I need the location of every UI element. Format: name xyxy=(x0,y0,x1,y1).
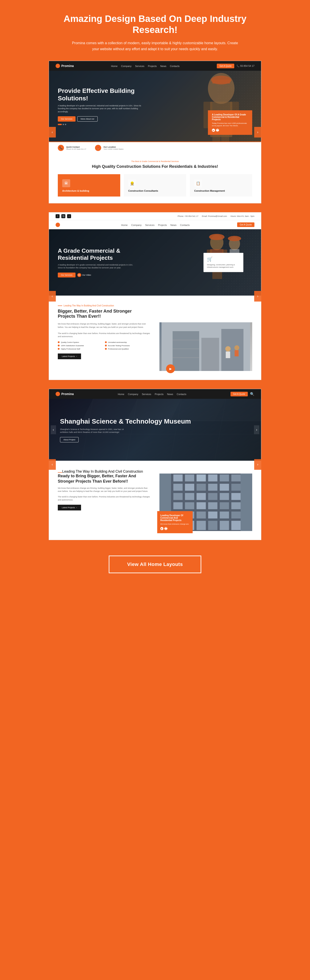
middle-title: Bigger, Better, Faster And Stronger Proj… xyxy=(58,309,146,319)
layout3-prev-slide[interactable]: ‹ xyxy=(51,425,56,434)
latest-projects-btn[interactable]: Latest Projects › xyxy=(58,353,81,359)
svg-rect-62 xyxy=(173,502,183,509)
svg-point-28 xyxy=(235,345,240,350)
layout3-about-project-btn[interactable]: About Project xyxy=(60,437,78,442)
location-icon: 📍 xyxy=(95,145,101,151)
layout4-orange-card: Leading Developer Of Commercial And Resi… xyxy=(157,511,193,533)
twitter-icon[interactable]: t xyxy=(67,214,71,218)
cta-section: View All Home Layouts xyxy=(0,544,310,584)
layout4-latest-btn[interactable]: Latest Projects › xyxy=(58,505,81,511)
features-list: Quality Control System Unrivalled workma… xyxy=(58,341,150,350)
svg-rect-52 xyxy=(197,484,206,490)
layout1-next-arrow[interactable]: › xyxy=(254,127,261,137)
middle-content-grid: We know that embraces change are thrivin… xyxy=(58,322,252,371)
svg-rect-21 xyxy=(201,338,219,371)
layout2-services-btn[interactable]: Our Services xyxy=(58,272,75,277)
service-card-3[interactable]: 📋 Construction Management xyxy=(190,174,252,197)
view-all-layouts-btn[interactable]: View All Home Layouts xyxy=(109,555,201,573)
services-title: High Quality Construction Solutions For … xyxy=(58,164,252,169)
layout3-nav-cta[interactable]: Get A Quote xyxy=(230,392,248,396)
layout4-desc1: We know that embraces change are thrivin… xyxy=(58,487,150,493)
services-grid: 🏛 Architecture & building 👷 Construction… xyxy=(58,174,252,197)
layout2-next-arrow[interactable]: › xyxy=(254,291,261,302)
learn-more-icon-2: ▶ xyxy=(160,527,163,530)
svg-rect-76 xyxy=(197,521,206,530)
svg-rect-50 xyxy=(173,484,183,490)
layout1-hero-title: Provide Effective Building Solutions! xyxy=(58,87,142,102)
svg-rect-22 xyxy=(221,329,244,371)
layout2-top-bar: f 📷 t Phone: +55 854 541 17 Email: Promi… xyxy=(49,212,261,220)
layout1-nav-cta[interactable]: Get A Quote xyxy=(217,64,234,68)
layout1-hero-card: A Leading Developer Of A Grade Commercia… xyxy=(208,110,252,135)
layout3-hero: ‹ › Shanghai Science & Technology Museum… xyxy=(49,399,261,461)
layout2-preview: ‹ f 📷 t Phone: +55 854 541 17 Email: Pro… xyxy=(49,212,261,380)
layout1-about-us-btn[interactable]: More About Us! xyxy=(77,116,97,122)
info-text-contact: Quick Contact Street 10-45 Sade Km 17 xyxy=(66,146,86,150)
layout3-hero-title: Shanghai Science & Technology Museum xyxy=(60,417,191,425)
layout1-navbar: Promina Home Company Services Projects N… xyxy=(49,61,261,71)
svg-rect-70 xyxy=(197,512,206,519)
layout1-hero-btns: Our Services More About Us! xyxy=(58,116,142,122)
svg-rect-63 xyxy=(185,502,194,509)
instagram-icon[interactable]: 📷 xyxy=(61,214,66,218)
layout4-learn-more[interactable]: ▶ Learn More xyxy=(160,527,190,530)
svg-rect-55 xyxy=(232,484,241,490)
construction-img-inner xyxy=(160,322,252,371)
arrow-right-icon: › xyxy=(77,355,77,358)
svg-point-14 xyxy=(209,234,225,240)
feature-item-5: Highly Professional Staff xyxy=(58,348,104,350)
svg-rect-77 xyxy=(208,521,217,530)
layout4-desc2: The world is changing faster than ever b… xyxy=(58,495,150,502)
carousel-dot-1 xyxy=(58,124,62,125)
layout2-nav-cta[interactable]: Get A Quote xyxy=(237,223,254,227)
service-card-1[interactable]: 🏛 Architecture & building xyxy=(58,174,120,197)
logo-icon-2 xyxy=(56,223,60,227)
svg-rect-66 xyxy=(220,502,229,509)
feature-item-1: Quality Control System xyxy=(58,341,104,343)
consultants-icon: 👷 xyxy=(128,179,136,187)
layout1-our-services-btn[interactable]: Our Services xyxy=(58,116,75,122)
service-card-2[interactable]: 👷 Construction Consultants xyxy=(124,174,186,197)
middle-content-section: Leading The Way In Building And Civil Co… xyxy=(49,296,261,380)
layout3-next-slide[interactable]: › xyxy=(254,425,259,434)
layout1-nav-links: Home Company Services Projects News Cont… xyxy=(111,64,179,68)
svg-rect-60 xyxy=(220,493,229,500)
feature-item-2: Unrivalled workmanship xyxy=(105,341,151,343)
svg-rect-61 xyxy=(232,493,241,500)
info-text-location: Our Location York 11000 United States xyxy=(104,146,123,150)
shopping-cart-icon: 🛒 xyxy=(207,256,240,262)
facebook-icon[interactable]: f xyxy=(56,214,59,218)
layout2-video-btn[interactable]: ▶ Our Video xyxy=(77,272,91,277)
layout4-left: Ready to Bring Bigger, Better, Faster An… xyxy=(58,474,150,510)
svg-rect-44 xyxy=(173,474,183,481)
feature-item-6: Professional and Qualified xyxy=(105,348,151,350)
learn-more-icon: ▶ xyxy=(212,129,215,132)
layout3-hero-desc: Shanghai's Science & Technology Museum o… xyxy=(60,428,126,434)
svg-rect-20 xyxy=(173,331,199,371)
play-icon: ▶ xyxy=(77,273,81,277)
layout1-logo: Promina xyxy=(56,64,74,68)
layout1-hero: Provide Effective Building Solutions! A … xyxy=(49,71,261,142)
info-item-location: 📍 Our Location York 11000 United States xyxy=(95,145,123,151)
hero-header-description: Promina comes with a collection of moder… xyxy=(71,40,239,52)
layout1-prev-arrow[interactable]: ‹ xyxy=(49,127,56,137)
layout2-contact-info: Phone: +55 854 541 17 Email: Promina@Gma… xyxy=(177,215,254,217)
layout2-prev-arrow[interactable]: ‹ xyxy=(49,291,56,302)
svg-rect-49 xyxy=(232,474,241,481)
hero-card-learn-more[interactable]: ▶ Learn More xyxy=(212,129,248,132)
feature-dot-5 xyxy=(58,348,59,350)
svg-rect-46 xyxy=(197,474,206,481)
layout2-logo: Promina xyxy=(56,223,74,227)
search-icon[interactable]: 🔍 xyxy=(250,392,254,396)
hero-header-section: Amazing Design Based On Deep Industry Re… xyxy=(0,0,310,61)
layout2-social-links: f 📷 t xyxy=(56,214,71,218)
layout4-title: Ready to Bring Bigger, Better, Faster An… xyxy=(58,474,150,484)
svg-rect-67 xyxy=(232,502,241,509)
carousel-dots xyxy=(58,124,142,125)
video-play-btn[interactable]: ▶ xyxy=(166,364,175,373)
layout3-nav-links: Home Company Services Projects News Cont… xyxy=(118,392,186,396)
svg-rect-29 xyxy=(235,350,239,356)
construction-image xyxy=(160,322,252,371)
layout3-next-arrow[interactable]: › xyxy=(254,459,261,470)
layout3-prev-arrow[interactable]: ‹ xyxy=(49,459,56,470)
